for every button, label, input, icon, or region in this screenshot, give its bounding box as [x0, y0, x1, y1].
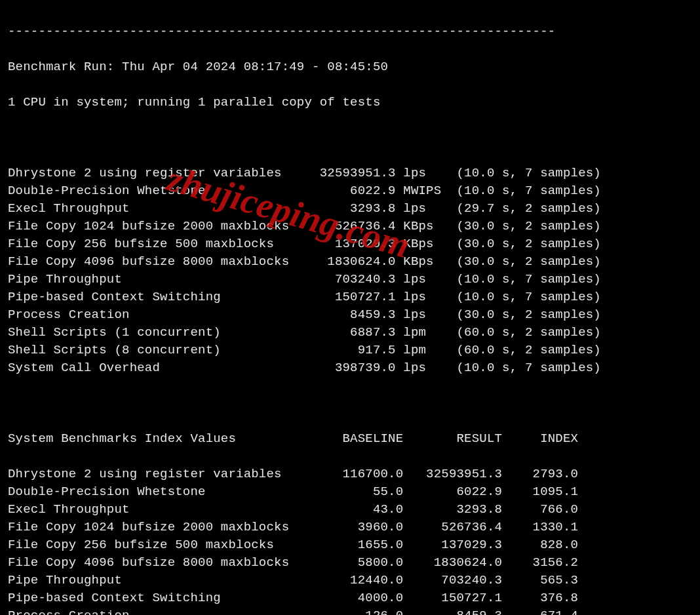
index-header-row: System Benchmarks Index Values BASELINE … — [8, 430, 692, 448]
cpu-line: 1 CPU in system; running 1 parallel copy… — [8, 94, 692, 111]
test-result-row: File Copy 1024 bufsize 2000 maxblocks 52… — [8, 218, 692, 235]
test-result-row: Pipe Throughput 703240.3 lps (10.0 s, 7 … — [8, 271, 692, 288]
test-result-row: File Copy 4096 bufsize 8000 maxblocks 18… — [8, 253, 692, 271]
test-result-row: Double-Precision Whetstone 6022.9 MWIPS … — [8, 182, 692, 200]
index-row: Dhrystone 2 using register variables 116… — [8, 466, 692, 483]
terminal-output: ----------------------------------------… — [0, 0, 700, 615]
test-result-row: Process Creation 8459.3 lps (30.0 s, 2 s… — [8, 306, 692, 324]
test-result-row: System Call Overhead 398739.0 lps (10.0 … — [8, 359, 692, 377]
benchmark-run-line: Benchmark Run: Thu Apr 04 2024 08:17:49 … — [8, 58, 692, 76]
index-row: File Copy 1024 bufsize 2000 maxblocks 39… — [8, 519, 692, 536]
test-result-row: Pipe-based Context Switching 150727.1 lp… — [8, 288, 692, 306]
test-result-row: Dhrystone 2 using register variables 325… — [8, 165, 692, 182]
index-row: Pipe Throughput 12440.0 703240.3 565.3 — [8, 572, 692, 589]
index-row: Execl Throughput 43.0 3293.8 766.0 — [8, 501, 692, 519]
index-row: Double-Precision Whetstone 55.0 6022.9 1… — [8, 483, 692, 501]
blank-line — [8, 395, 692, 412]
index-row: Process Creation 126.0 8459.3 671.4 — [8, 607, 692, 615]
index-row: Pipe-based Context Switching 4000.0 1507… — [8, 589, 692, 607]
test-result-row: Execl Throughput 3293.8 lps (29.7 s, 2 s… — [8, 200, 692, 218]
divider-line: ----------------------------------------… — [8, 23, 692, 41]
test-result-row: File Copy 256 bufsize 500 maxblocks 1370… — [8, 235, 692, 253]
index-row: File Copy 4096 bufsize 8000 maxblocks 58… — [8, 554, 692, 572]
index-row: File Copy 256 bufsize 500 maxblocks 1655… — [8, 536, 692, 554]
test-result-row: Shell Scripts (8 concurrent) 917.5 lpm (… — [8, 342, 692, 359]
test-result-row: Shell Scripts (1 concurrent) 6887.3 lpm … — [8, 324, 692, 342]
blank-line — [8, 129, 692, 147]
